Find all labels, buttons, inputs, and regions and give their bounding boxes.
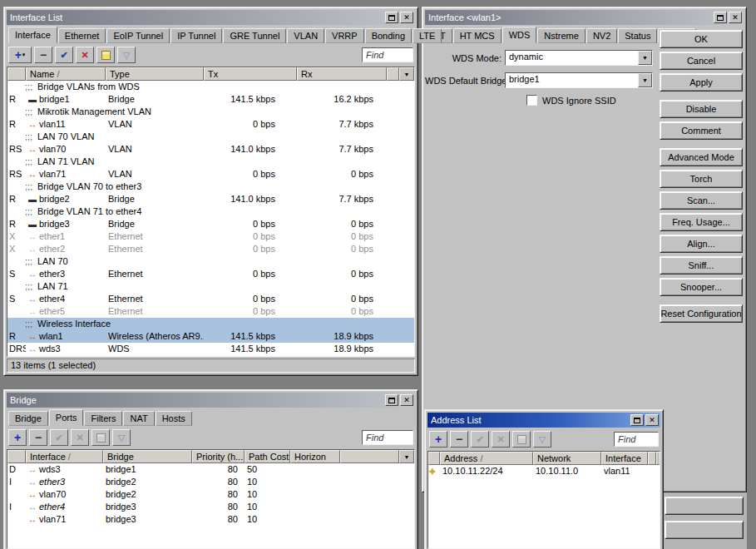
tab-vrrp[interactable]: VRRP <box>325 28 364 43</box>
column-header-network[interactable]: Network <box>533 452 601 465</box>
enable-button[interactable]: ✔ <box>50 429 68 446</box>
comment-row[interactable]: ;;;LAN 71 <box>7 280 414 293</box>
minimize-button[interactable] <box>714 12 727 23</box>
tab-wds[interactable]: WDS <box>502 27 537 43</box>
obscured-window-button[interactable] <box>665 497 744 515</box>
titlebar[interactable]: Address List ✕ <box>427 413 660 428</box>
tab-hosts[interactable]: Hosts <box>156 411 192 426</box>
remove-button[interactable]: − <box>450 431 468 448</box>
column-select-button[interactable]: ▼ <box>399 67 414 81</box>
minimize-button[interactable] <box>385 12 398 23</box>
close-button[interactable]: ✕ <box>729 12 742 23</box>
remove-button[interactable]: − <box>29 429 47 446</box>
reset-configuration-button[interactable]: Reset Configuration <box>660 304 743 323</box>
filter-button[interactable]: ▽ <box>117 47 136 63</box>
combo-dropdown-button[interactable]: ▼ <box>638 73 652 87</box>
column-header-flags[interactable] <box>7 67 26 81</box>
cancel-button[interactable]: Cancel <box>660 52 743 70</box>
column-header-path-cost[interactable]: Path Cost <box>245 450 290 463</box>
column-select-button[interactable]: ▼ <box>656 452 660 465</box>
find-input[interactable] <box>362 430 413 445</box>
tab-bridge[interactable]: Bridge <box>8 411 48 426</box>
column-header-horizon[interactable]: Horizon <box>290 450 340 463</box>
wds-ignore-ssid-checkbox[interactable] <box>526 95 537 106</box>
scan-button[interactable]: Scan... <box>660 191 743 210</box>
comment-button[interactable]: Comment <box>660 121 743 140</box>
tab-gre-tunnel[interactable]: GRE Tunnel <box>223 28 286 43</box>
column-header-type[interactable]: Type <box>106 67 204 81</box>
add-button[interactable]: + <box>429 431 447 448</box>
combo-dropdown-button[interactable]: ▼ <box>638 51 652 65</box>
sniff-button[interactable]: Sniff... <box>660 256 743 274</box>
add-button[interactable]: + <box>8 429 27 446</box>
minimize-button[interactable] <box>630 414 644 426</box>
interface-row-ether1[interactable]: X↔ether1Ethernet0 bps0 bps <box>7 230 414 243</box>
advanced-mode-button[interactable]: Advanced Mode <box>660 148 743 166</box>
interface-row-ether2[interactable]: X↔ether2Ethernet0 bps0 bps <box>7 243 414 255</box>
ok-button[interactable]: OK <box>660 30 743 48</box>
interface-row-ether5[interactable]: ↔ether5Ethernet0 bps0 bps <box>7 305 414 318</box>
comment-button[interactable] <box>91 429 110 446</box>
comment-button[interactable] <box>512 431 531 448</box>
tab-filters[interactable]: Filters <box>84 411 122 426</box>
tab-vlan[interactable]: VLAN <box>287 28 324 43</box>
comment-row[interactable]: ;;;LAN 70 <box>7 255 414 268</box>
close-button[interactable]: ✕ <box>400 394 413 406</box>
tab-ethernet[interactable]: Ethernet <box>58 28 106 43</box>
combo-wds-default-bridge[interactable]: bridge1▼ <box>505 72 653 88</box>
apply-button[interactable]: Apply <box>660 73 743 92</box>
comment-row[interactable]: ;;;Bridge VLAN 70 to ether3 <box>7 181 414 193</box>
interface-row-wds3[interactable]: DRS↔wds3WDS141.5 kbps18.9 kbps <box>7 343 414 355</box>
column-header-address[interactable]: Address / <box>440 452 533 465</box>
column-header-tx[interactable]: Tx <box>204 67 297 81</box>
minimize-button[interactable] <box>385 394 398 406</box>
column-select-button[interactable]: ▼ <box>399 450 414 463</box>
filter-button[interactable]: ▽ <box>112 429 131 446</box>
tab-nv2[interactable]: NV2 <box>586 28 617 43</box>
obscured-window-button[interactable] <box>665 521 744 539</box>
interface-row-wlan1[interactable]: R↔wlan1Wireless (Atheros AR9...141.5 kbp… <box>7 330 414 343</box>
column-header-flags[interactable] <box>7 450 26 463</box>
close-button[interactable]: ✕ <box>645 414 659 426</box>
column-header-priority-h[interactable]: Priority (h... <box>192 450 245 463</box>
tab-bonding[interactable]: Bonding <box>365 28 412 43</box>
comment-row[interactable]: ;;;Wireless Interface <box>7 318 414 330</box>
bridge-port-row-ether4[interactable]: I↔ether4bridge38010 <box>7 501 414 513</box>
interface-row-ether4[interactable]: S↔ether4Ethernet0 bps0 bps <box>7 293 414 305</box>
add-button[interactable]: +▾ <box>8 47 32 63</box>
bridge-port-row-vlan71[interactable]: ↔vlan71bridge38010 <box>7 513 414 526</box>
disable-button[interactable]: ✕ <box>71 429 89 446</box>
comment-row[interactable]: ;;;Bridge VLANs from WDS <box>7 81 414 93</box>
column-header-interface[interactable]: Interface <box>601 452 648 465</box>
find-input[interactable] <box>362 47 413 62</box>
interface-row-vlan70[interactable]: RS↔vlan70VLAN141.0 kbps7.7 kbps <box>7 143 414 156</box>
tab-lte[interactable]: LTE <box>413 28 442 43</box>
column-header-interface[interactable]: Interface / <box>26 450 103 463</box>
titlebar[interactable]: Interface List ✕ <box>7 10 415 25</box>
snooper-button[interactable]: Snooper... <box>660 278 743 296</box>
filter-button[interactable]: ▽ <box>533 431 551 448</box>
interface-row-bridge3[interactable]: R▬bridge3Bridge0 bps0 bps <box>7 218 414 230</box>
interface-row-bridge1[interactable]: R▬bridge1Bridge141.5 kbps16.2 kbps <box>7 93 414 106</box>
interface-row-bridge2[interactable]: R▬bridge2Bridge141.0 kbps7.7 kbps <box>7 193 414 205</box>
interface-row-ether3[interactable]: S↔ether3Ethernet0 bps0 bps <box>7 268 414 280</box>
combo-wds-mode[interactable]: dynamic▼ <box>505 50 653 66</box>
freq-usage-button[interactable]: Freq. Usage... <box>660 213 743 231</box>
interface-row-vlan11[interactable]: R↔vlan11VLAN0 bps7.7 kbps <box>7 118 414 131</box>
bridge-port-row-wds3[interactable]: D↔wds3bridge18050 <box>7 463 414 476</box>
comment-row[interactable]: ;;;LAN 71 VLAN <box>7 156 414 168</box>
tab-ports[interactable]: Ports <box>49 409 84 426</box>
tab-nat[interactable]: NAT <box>123 411 154 426</box>
tab-ip-tunnel[interactable]: IP Tunnel <box>170 28 222 43</box>
column-header-bridge[interactable]: Bridge <box>103 450 192 463</box>
enable-button[interactable]: ✔ <box>471 431 489 448</box>
disable-button[interactable]: Disable <box>660 100 743 118</box>
remove-button[interactable]: − <box>34 47 52 63</box>
align-button[interactable]: Align... <box>660 235 743 253</box>
bridge-port-row-vlan70[interactable]: ↔vlan70bridge28010 <box>7 488 414 501</box>
column-header-name[interactable]: Name / <box>26 67 106 81</box>
column-header-flags[interactable] <box>428 452 440 465</box>
torch-button[interactable]: Torch <box>660 170 743 188</box>
comment-row[interactable]: ;;;LAN 70 VLAN <box>7 131 414 143</box>
tab-interface[interactable]: Interface <box>8 27 57 43</box>
